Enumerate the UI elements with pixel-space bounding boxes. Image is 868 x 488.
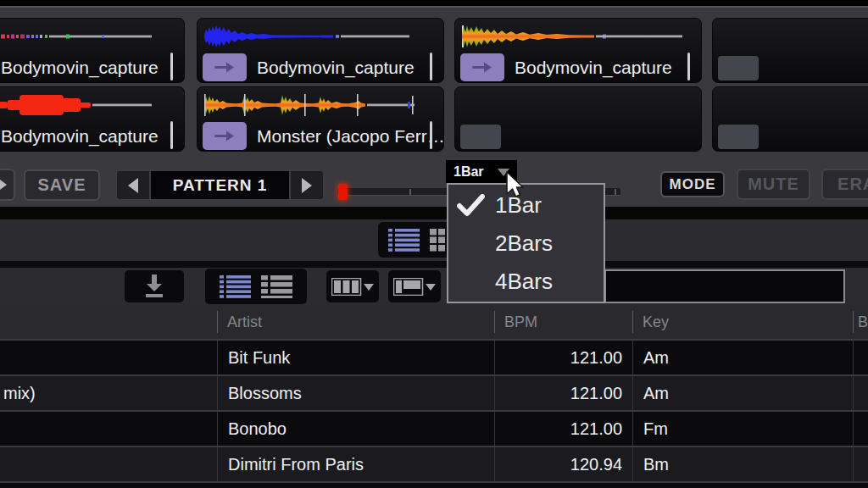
menu-item-4bars[interactable]: 4Bars bbox=[448, 263, 604, 301]
sample-slot-4[interactable] bbox=[712, 18, 868, 83]
top-divider-line bbox=[0, 6, 868, 8]
key-cell: Am bbox=[632, 376, 853, 410]
sample-name: Bodymovin_capture bbox=[1, 122, 159, 150]
pattern-prev-button[interactable] bbox=[117, 171, 151, 199]
waveform-green-orange-bars bbox=[204, 92, 425, 118]
artist-cell: Bonobo bbox=[217, 412, 494, 446]
empty-load-button[interactable] bbox=[460, 125, 501, 149]
pattern-selector: PATTERN 1 bbox=[115, 169, 325, 201]
import-button[interactable] bbox=[125, 270, 184, 302]
slot-level-meter[interactable] bbox=[687, 53, 690, 80]
triangle-right-icon bbox=[302, 178, 312, 193]
arrow-right-icon bbox=[214, 130, 235, 141]
slider-tick bbox=[409, 189, 411, 195]
column-header-artist[interactable]: Artist bbox=[217, 305, 494, 339]
load-arrow-button[interactable] bbox=[203, 53, 247, 81]
library-table: Artist BPM Key B Bit Funk 121.00 Am mix)… bbox=[0, 305, 868, 488]
waveform-green-orange bbox=[462, 24, 682, 49]
top-black-bar bbox=[0, 0, 868, 6]
sample-slot-6[interactable]: Monster (Jacopo Ferr… bbox=[197, 86, 444, 152]
load-arrow-button[interactable] bbox=[203, 122, 247, 150]
slot-level-meter[interactable] bbox=[170, 121, 173, 149]
columns-panel-dropdown[interactable] bbox=[326, 270, 379, 302]
artist-cell: Dimitri From Paris bbox=[217, 447, 494, 481]
sampler-panel: Bodymovin_capture Bodymovin_capture bbox=[0, 0, 868, 207]
next-bank-button[interactable] bbox=[0, 169, 15, 201]
column-header-bpm[interactable]: BPM bbox=[494, 305, 632, 339]
sample-slot-1[interactable]: Bodymovin_capture bbox=[0, 18, 185, 83]
menu-item-2bars[interactable]: 2Bars bbox=[448, 225, 604, 263]
sidebar-panel-icon bbox=[393, 278, 436, 296]
key-cell: Bm bbox=[632, 447, 853, 481]
waveform-blue bbox=[204, 24, 425, 49]
slot-level-meter[interactable] bbox=[170, 53, 173, 80]
list-view-icon[interactable] bbox=[388, 229, 420, 252]
sample-name: Bodymovin_capture bbox=[257, 53, 415, 81]
artist-cell: Bit Funk bbox=[217, 341, 494, 374]
bpm-cell: 121.00 bbox=[494, 376, 632, 410]
key-cell: Fm bbox=[632, 412, 853, 446]
table-row[interactable]: Bonobo 121.00 Fm bbox=[0, 410, 868, 446]
sample-slot-8[interactable] bbox=[712, 86, 868, 152]
sample-name: Bodymovin_capture bbox=[515, 53, 672, 81]
panel-separator bbox=[0, 207, 868, 219]
bpm-cell: 121.00 bbox=[494, 341, 632, 374]
checkmark-icon bbox=[457, 194, 485, 217]
pattern-next-button[interactable] bbox=[289, 171, 323, 199]
slot-level-meter[interactable] bbox=[430, 53, 432, 80]
slider-tick bbox=[615, 189, 616, 195]
three-column-panel-icon bbox=[331, 278, 374, 296]
table-header-row: Artist BPM Key B bbox=[0, 305, 868, 339]
erase-button[interactable]: ERASE bbox=[821, 169, 868, 200]
swing-slider-handle[interactable] bbox=[338, 184, 348, 200]
column-header-partial[interactable]: B bbox=[853, 305, 868, 339]
pattern-label: PATTERN 1 bbox=[151, 171, 289, 199]
quantize-dropdown-menu: 1Bar 2Bars 4Bars bbox=[447, 183, 605, 303]
mute-button[interactable]: MUTE bbox=[737, 169, 810, 200]
table-row[interactable]: mix) Blossoms 121.00 Am bbox=[0, 374, 868, 410]
waveform-sparse-multicolor bbox=[0, 24, 165, 49]
compact-list-icon[interactable] bbox=[261, 275, 292, 298]
library-divider bbox=[0, 261, 868, 268]
song-cell bbox=[0, 447, 217, 481]
artist-cell: Blossoms bbox=[217, 376, 494, 410]
song-cell bbox=[0, 341, 217, 374]
table-row-partial[interactable] bbox=[0, 481, 868, 488]
sample-name: Bodymovin_capture bbox=[1, 53, 159, 81]
column-header-song[interactable] bbox=[0, 305, 217, 339]
table-row[interactable]: Bit Funk 121.00 Am bbox=[0, 339, 868, 374]
song-cell bbox=[0, 412, 217, 446]
triangle-right-icon bbox=[0, 177, 7, 192]
load-arrow-button[interactable] bbox=[460, 53, 504, 81]
arrow-right-icon bbox=[214, 62, 235, 73]
sample-slot-7[interactable] bbox=[454, 86, 702, 152]
sample-slot-5[interactable]: Bodymovin_capture bbox=[0, 86, 185, 152]
sample-slot-2[interactable]: Bodymovin_capture bbox=[197, 18, 444, 83]
key-cell: Am bbox=[632, 341, 853, 374]
bpm-cell: 120.94 bbox=[494, 447, 632, 481]
arrow-right-icon bbox=[472, 62, 492, 73]
search-input[interactable] bbox=[604, 269, 845, 303]
menu-item-label: 4Bars bbox=[495, 269, 553, 295]
song-cell: mix) bbox=[0, 376, 217, 410]
mode-button[interactable]: MODE bbox=[660, 171, 725, 197]
mouse-cursor bbox=[504, 171, 530, 200]
sample-name: Monster (Jacopo Ferr… bbox=[257, 122, 445, 150]
bpm-cell: 121.00 bbox=[494, 412, 632, 446]
save-button[interactable]: SAVE bbox=[24, 169, 100, 201]
empty-load-button[interactable] bbox=[718, 125, 759, 149]
table-row[interactable]: Dimitri From Paris 120.94 Bm bbox=[0, 446, 868, 481]
quantize-selected-label: 1Bar bbox=[453, 164, 484, 179]
sample-slot-3[interactable]: Bodymovin_capture bbox=[454, 18, 702, 83]
triangle-left-icon bbox=[128, 178, 138, 193]
sidebar-panel-dropdown[interactable] bbox=[388, 270, 441, 302]
menu-item-label: 2Bars bbox=[495, 230, 553, 257]
slot-level-meter[interactable] bbox=[430, 121, 432, 149]
column-header-key[interactable]: Key bbox=[632, 305, 853, 339]
detail-list-icon[interactable] bbox=[220, 275, 251, 298]
download-icon bbox=[142, 274, 167, 298]
waveform-red bbox=[0, 92, 165, 118]
list-view-buttons bbox=[205, 269, 307, 304]
empty-load-button[interactable] bbox=[718, 56, 759, 80]
